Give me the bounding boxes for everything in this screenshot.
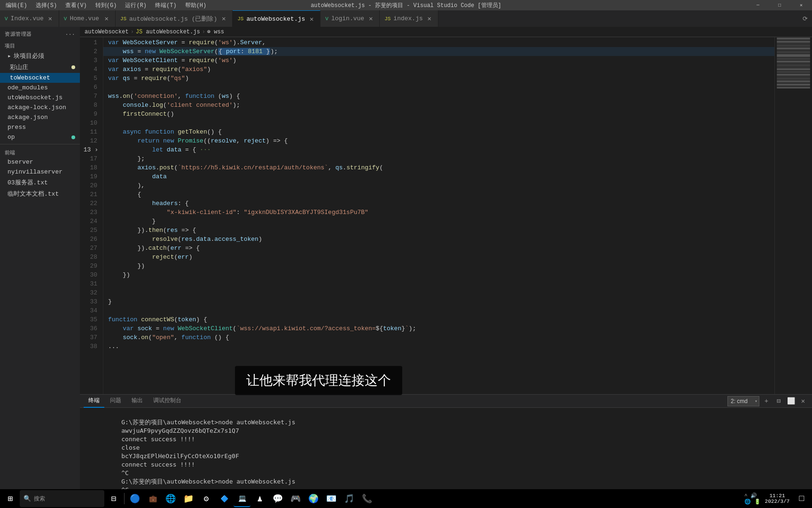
menu-goto[interactable]: 转到(G) bbox=[92, 0, 121, 10]
taskbar-app-12[interactable]: 🎵 bbox=[341, 490, 358, 507]
search-button[interactable]: 🔍 搜索 bbox=[20, 490, 104, 507]
tab-auto-deleted[interactable]: JS autoWebsocket.js (已删除) ✕ bbox=[116, 10, 233, 27]
taskbar-notif[interactable]: □ bbox=[793, 490, 810, 507]
tab-close-button[interactable]: ✕ bbox=[426, 15, 433, 23]
sidebar-item-websocket[interactable]: toWebsocket bbox=[0, 73, 80, 83]
terminal-tab-debug[interactable]: 调试控制台 bbox=[148, 395, 186, 408]
tab-history-button[interactable]: ⟳ bbox=[798, 10, 812, 27]
terminal-content[interactable]: G:\苏斐的项目\autoWebsocket>node autoWebsocke… bbox=[80, 408, 812, 498]
menu-view[interactable]: 查看(V) bbox=[62, 0, 91, 10]
sidebar-item-txt[interactable]: 03服务器.txt bbox=[0, 177, 80, 188]
item-label: bserver bbox=[8, 159, 33, 166]
maximize-button[interactable]: □ bbox=[769, 0, 790, 10]
terminal-split-button[interactable]: ⊟ bbox=[773, 396, 784, 406]
taskbar-app-1[interactable]: 🔵 bbox=[126, 490, 143, 507]
taskbar-app-3[interactable]: 🌐 bbox=[162, 490, 179, 507]
sidebar-section-project: 项目 bbox=[0, 40, 80, 50]
terminal-line-4: close bbox=[121, 444, 140, 451]
terminal-maximize-button[interactable]: ⬜ bbox=[786, 396, 796, 406]
minimize-button[interactable]: ─ bbox=[747, 0, 769, 10]
taskbar-app-2[interactable]: 💼 bbox=[144, 490, 161, 507]
menu-run[interactable]: 运行(R) bbox=[121, 0, 150, 10]
tab-close-button[interactable]: ✕ bbox=[47, 15, 54, 23]
sidebar-item-observer[interactable]: bserver bbox=[0, 157, 80, 167]
search-icon: 🔍 bbox=[23, 495, 31, 502]
taskbar-app-9[interactable]: 🎮 bbox=[287, 490, 304, 507]
tab-auto-js[interactable]: JS autoWebsocket.js ✕ bbox=[233, 10, 320, 27]
item-label: ode_modules bbox=[8, 84, 48, 91]
code-editor[interactable]: 1 2 3 4 5 6 7 8 9 10 11 12 13 › 17 18 19 bbox=[80, 37, 812, 394]
terminal-tab-output[interactable]: 输出 bbox=[127, 395, 148, 408]
taskbar-app-10[interactable]: 🌍 bbox=[305, 490, 322, 507]
tab-label: Home.vue bbox=[70, 15, 99, 22]
tab-home-vue[interactable]: V Home.vue ✕ bbox=[59, 10, 116, 27]
taskbar-tray[interactable]: ^ 🔊 🌐 🔋 bbox=[744, 490, 761, 507]
close-button[interactable]: ✕ bbox=[790, 0, 812, 10]
sidebar-item-tmp[interactable]: 临时文本文档.txt bbox=[0, 188, 80, 199]
breadcrumb-part3[interactable]: ⊕ wss bbox=[207, 28, 224, 35]
sidebar-item-press[interactable]: press bbox=[0, 122, 80, 132]
taskbar-app-5[interactable]: ⚙ bbox=[198, 490, 215, 507]
breadcrumb-part1[interactable]: autoWebsocket bbox=[85, 29, 129, 35]
sidebar-item-pkg[interactable]: ackage.json bbox=[0, 112, 80, 122]
code-line-27: }).catch(err => { bbox=[103, 244, 774, 253]
window-controls: ─ □ ✕ bbox=[747, 0, 812, 10]
code-content[interactable]: var WebSocketServer = require('ws').Serv… bbox=[103, 37, 774, 394]
code-line-18: axios.post(`https://h5.kiwik.cn/restapi/… bbox=[103, 163, 774, 172]
menu-terminal[interactable]: 终端(T) bbox=[151, 0, 180, 10]
taskbar-app-4[interactable]: 📁 bbox=[180, 490, 197, 507]
sidebar-item-pkg-lock[interactable]: ackage-lock.json bbox=[0, 103, 80, 112]
item-label: 临时文本文档.txt bbox=[8, 190, 59, 198]
taskbar-app-vscode[interactable]: 💻 bbox=[234, 490, 250, 507]
item-label: 03服务器.txt bbox=[8, 178, 48, 187]
taskbar-app-7[interactable]: ♟ bbox=[251, 490, 268, 507]
taskbar-app-11[interactable]: 📧 bbox=[323, 490, 340, 507]
sidebar-item-op[interactable]: op bbox=[0, 132, 80, 142]
sidebar-item-auto-ws[interactable]: utoWebsocket.js bbox=[0, 93, 80, 103]
tab-index-vue[interactable]: V Index.vue ✕ bbox=[0, 10, 59, 27]
breadcrumb-part2[interactable]: JS autoWebsocket.js bbox=[136, 29, 200, 35]
code-line-2: wss = new WebSocketServer({ port: 8181 }… bbox=[103, 47, 774, 56]
taskbar-clock[interactable]: 11:21 2022/3/7 bbox=[763, 490, 791, 507]
code-line-36: var sock = new WebSocketClient(`wss://ws… bbox=[103, 324, 774, 333]
tab-index-js[interactable]: JS index.js ✕ bbox=[380, 10, 438, 27]
terminal-tab-terminal[interactable]: 终端 bbox=[84, 395, 104, 408]
code-line-31 bbox=[103, 279, 774, 288]
collapse-icon: ▸ bbox=[8, 52, 11, 60]
taskbar-right: ^ 🔊 🌐 🔋 11:21 2022/3/7 □ bbox=[744, 490, 810, 507]
taskbar-app-8[interactable]: 💬 bbox=[269, 490, 286, 507]
vue-icon: V bbox=[64, 16, 67, 22]
sidebar-more-icon[interactable]: ··· bbox=[65, 32, 75, 37]
terminal-close-button[interactable]: ✕ bbox=[798, 396, 808, 406]
menu-select[interactable]: 选择(S) bbox=[32, 0, 61, 10]
sidebar-item-bkxm[interactable]: ▸ 块项目必须 bbox=[0, 50, 80, 62]
breadcrumb: autoWebsocket › JS autoWebsocket.js › ⊕ … bbox=[80, 27, 812, 37]
sidebar-item-node-modules[interactable]: ode_modules bbox=[0, 83, 80, 93]
item-label: utoWebsocket.js bbox=[8, 94, 62, 101]
sidebar-item-villa[interactable]: nyinvillaserver bbox=[0, 167, 80, 177]
code-line-8: console.log('client connected'); bbox=[103, 101, 774, 110]
tab-bar: V Index.vue ✕ V Home.vue ✕ JS autoWebsoc… bbox=[0, 10, 812, 27]
sidebar-item-csz[interactable]: 彩山庄 bbox=[0, 62, 80, 73]
menu-edit[interactable]: 编辑(E) bbox=[2, 0, 31, 10]
terminal-add-button[interactable]: + bbox=[761, 396, 772, 406]
start-button[interactable]: ⊞ bbox=[2, 490, 19, 507]
code-line-11: async function getToken() { bbox=[103, 127, 774, 136]
tab-close-button[interactable]: ✕ bbox=[220, 15, 227, 23]
tab-close-button[interactable]: ✕ bbox=[103, 15, 110, 23]
tab-login-vue[interactable]: V login.vue ✕ bbox=[320, 10, 380, 27]
tab-label: autoWebsocket.js bbox=[246, 16, 305, 23]
terminal-tab-problems[interactable]: 问题 bbox=[105, 395, 126, 408]
item-label: toWebsocket bbox=[10, 74, 50, 81]
taskbar-app-13[interactable]: 📞 bbox=[359, 490, 375, 507]
terminal-shell-selector[interactable]: 2: cmd 1: bash bbox=[727, 396, 759, 406]
terminal-line-1: G:\苏斐的项目\autoWebsocket>node autoWebsocke… bbox=[121, 419, 295, 426]
js-icon: JS bbox=[384, 16, 390, 22]
task-view-button[interactable]: ⊟ bbox=[105, 490, 122, 507]
terminal-controls: 2: cmd 1: bash + ⊟ ⬜ ✕ bbox=[727, 396, 808, 406]
code-line-30: }) bbox=[103, 270, 774, 279]
menu-help[interactable]: 帮助(H) bbox=[181, 0, 211, 10]
tab-close-button[interactable]: ✕ bbox=[308, 15, 315, 23]
tab-close-button[interactable]: ✕ bbox=[367, 15, 375, 23]
taskbar-app-6[interactable]: 🔷 bbox=[216, 490, 233, 507]
